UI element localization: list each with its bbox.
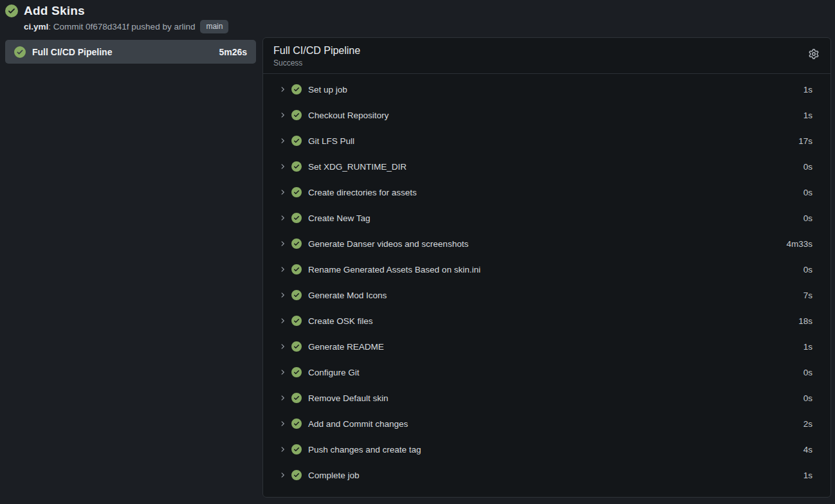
run-title: Add Skins bbox=[24, 4, 85, 18]
workflow-file-name: ci.yml bbox=[24, 22, 48, 32]
step-name: Git LFS Pull bbox=[307, 136, 793, 146]
step-name: Generate Mod Icons bbox=[307, 291, 798, 300]
chevron-right-icon[interactable] bbox=[279, 240, 286, 248]
step-row[interactable]: Git LFS Pull 17s bbox=[263, 128, 830, 154]
step-duration: 18s bbox=[798, 316, 812, 326]
step-row[interactable]: Generate README 1s bbox=[263, 334, 830, 359]
step-duration: 0s bbox=[803, 162, 812, 172]
chevron-right-icon[interactable] bbox=[279, 163, 286, 170]
success-check-circle-icon bbox=[291, 84, 302, 94]
success-check-circle-icon bbox=[291, 290, 302, 300]
success-check-circle-icon bbox=[291, 316, 302, 326]
success-check-circle-icon bbox=[5, 4, 18, 17]
success-check-circle-icon bbox=[291, 470, 302, 480]
step-duration: 4m33s bbox=[786, 239, 812, 249]
step-duration: 0s bbox=[803, 188, 812, 197]
job-name: Full CI/CD Pipeline bbox=[32, 47, 212, 57]
run-header: Add Skins ci.yml: Commit 0f678d341f push… bbox=[5, 4, 228, 33]
step-duration: 1s bbox=[803, 342, 812, 352]
step-name: Set up job bbox=[307, 85, 798, 94]
step-row[interactable]: Create OSK files 18s bbox=[263, 308, 830, 334]
step-row[interactable]: Generate Danser videos and screenshots 4… bbox=[263, 231, 830, 256]
success-check-circle-icon bbox=[291, 264, 302, 274]
gear-icon bbox=[809, 49, 819, 59]
success-check-circle-icon bbox=[291, 367, 302, 377]
step-name: Create directories for assets bbox=[307, 188, 798, 197]
chevron-right-icon[interactable] bbox=[279, 137, 286, 145]
success-check-circle-icon bbox=[291, 444, 302, 455]
step-name: Set XDG_RUNTIME_DIR bbox=[307, 162, 798, 172]
step-row[interactable]: Add and Commit changes 2s bbox=[263, 411, 830, 437]
step-duration: 0s bbox=[803, 265, 812, 274]
chevron-right-icon[interactable] bbox=[279, 471, 286, 479]
step-row[interactable]: Configure Git 0s bbox=[263, 359, 830, 385]
success-check-circle-icon bbox=[291, 136, 302, 146]
chevron-right-icon[interactable] bbox=[279, 214, 286, 222]
step-name: Rename Generated Assets Based on skin.in… bbox=[307, 265, 798, 274]
step-row[interactable]: Create directories for assets 0s bbox=[263, 179, 830, 205]
step-name: Push changes and create tag bbox=[307, 445, 798, 455]
chevron-right-icon[interactable] bbox=[279, 111, 286, 119]
step-duration: 17s bbox=[798, 136, 812, 146]
step-name: Checkout Repository bbox=[307, 111, 798, 120]
step-duration: 1s bbox=[803, 471, 812, 480]
sidebar-job-full-cicd-pipeline[interactable]: Full CI/CD Pipeline 5m26s bbox=[5, 40, 256, 64]
step-duration: 0s bbox=[803, 213, 812, 223]
branch-badge[interactable]: main bbox=[200, 20, 228, 33]
step-name: Configure Git bbox=[307, 368, 798, 377]
success-check-circle-icon bbox=[291, 239, 302, 249]
step-name: Create OSK files bbox=[307, 316, 793, 326]
commit-info-text: : Commit 0f678d341f pushed by arlind bbox=[48, 22, 195, 32]
success-check-circle-icon bbox=[291, 187, 302, 197]
chevron-right-icon[interactable] bbox=[279, 394, 286, 402]
step-row[interactable]: Push changes and create tag 4s bbox=[263, 437, 830, 462]
step-duration: 2s bbox=[803, 419, 812, 429]
step-name: Create New Tag bbox=[307, 213, 798, 223]
step-duration: 1s bbox=[803, 111, 812, 120]
step-name: Add and Commit changes bbox=[307, 419, 798, 429]
step-name: Complete job bbox=[307, 471, 798, 480]
panel-job-status: Success bbox=[273, 59, 809, 68]
step-list: Set up job 1s Checkout Repository 1s Git… bbox=[263, 74, 830, 488]
success-check-circle-icon bbox=[291, 161, 302, 172]
chevron-right-icon[interactable] bbox=[279, 368, 286, 376]
step-duration: 0s bbox=[803, 393, 812, 403]
step-duration: 7s bbox=[803, 291, 812, 300]
success-check-circle-icon bbox=[291, 341, 302, 352]
step-duration: 4s bbox=[803, 445, 812, 455]
job-settings-button[interactable] bbox=[809, 45, 820, 59]
chevron-right-icon[interactable] bbox=[279, 446, 286, 453]
commit-summary: ci.yml: Commit 0f678d341f pushed by arli… bbox=[24, 22, 195, 32]
chevron-right-icon[interactable] bbox=[279, 86, 286, 93]
chevron-right-icon[interactable] bbox=[279, 266, 286, 273]
job-duration: 5m26s bbox=[219, 47, 247, 57]
success-check-circle-icon bbox=[291, 393, 302, 403]
success-check-circle-icon bbox=[291, 110, 302, 120]
step-name: Generate README bbox=[307, 342, 798, 352]
step-row[interactable]: Rename Generated Assets Based on skin.in… bbox=[263, 256, 830, 282]
success-check-circle-icon bbox=[291, 213, 302, 223]
panel-job-title: Full CI/CD Pipeline bbox=[273, 45, 809, 57]
step-row[interactable]: Remove Default skin 0s bbox=[263, 385, 830, 411]
chevron-right-icon[interactable] bbox=[279, 188, 286, 196]
step-duration: 1s bbox=[803, 85, 812, 94]
step-name: Remove Default skin bbox=[307, 393, 798, 403]
step-duration: 0s bbox=[803, 368, 812, 377]
step-row[interactable]: Set up job 1s bbox=[263, 76, 830, 102]
chevron-right-icon[interactable] bbox=[279, 420, 286, 428]
step-row[interactable]: Set XDG_RUNTIME_DIR 0s bbox=[263, 154, 830, 179]
success-check-circle-icon bbox=[14, 46, 26, 58]
step-row[interactable]: Generate Mod Icons 7s bbox=[263, 282, 830, 308]
chevron-right-icon[interactable] bbox=[279, 291, 286, 299]
chevron-right-icon[interactable] bbox=[279, 317, 286, 325]
step-name: Generate Danser videos and screenshots bbox=[307, 239, 781, 249]
job-detail-panel: Full CI/CD Pipeline Success Set up job 1… bbox=[262, 37, 831, 498]
step-row[interactable]: Create New Tag 0s bbox=[263, 205, 830, 231]
step-row[interactable]: Complete job 1s bbox=[263, 462, 830, 488]
success-check-circle-icon bbox=[291, 419, 302, 429]
step-row[interactable]: Checkout Repository 1s bbox=[263, 102, 830, 128]
panel-header: Full CI/CD Pipeline Success bbox=[263, 38, 830, 74]
chevron-right-icon[interactable] bbox=[279, 343, 286, 350]
